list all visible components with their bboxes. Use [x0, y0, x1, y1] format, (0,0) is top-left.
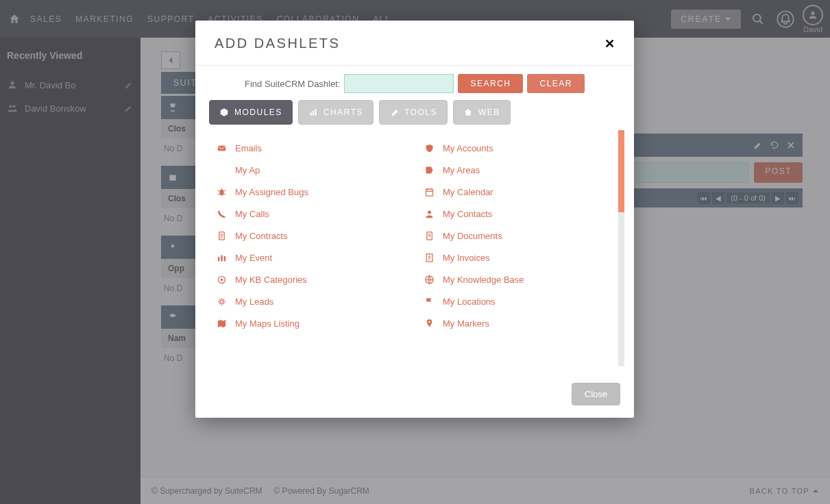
add-dashlets-modal: ADD DASHLETS ✕ Find SuiteCRM Dashlet: SE…	[195, 21, 634, 418]
cube-icon	[219, 108, 229, 117]
clear-button[interactable]: CLEAR	[527, 74, 585, 93]
shield-icon	[424, 142, 435, 153]
tab-label: TOOLS	[404, 108, 437, 117]
marker-icon	[424, 318, 435, 329]
dashlet-option-label: My Assigned Bugs	[235, 187, 308, 197]
home-icon	[463, 108, 473, 117]
dashlet-option[interactable]: My Contracts	[216, 225, 417, 247]
tab-label: WEB	[478, 108, 500, 117]
find-label: Find SuiteCRM Dashlet:	[245, 79, 340, 89]
svg-rect-14	[217, 257, 219, 261]
dashlet-option[interactable]: My Assigned Bugs	[216, 181, 417, 203]
tools-icon	[389, 108, 399, 117]
svg-point-19	[220, 300, 223, 303]
scrollbar[interactable]	[618, 130, 624, 366]
dashlet-option-label: My Leads	[235, 297, 273, 307]
dashlet-option[interactable]: My KB Categories	[216, 268, 417, 290]
svg-rect-20	[426, 189, 432, 196]
dashlet-option-label: My Areas	[443, 165, 480, 175]
dashlet-option-label: Emails	[235, 143, 262, 153]
search-button[interactable]: SEARCH	[458, 74, 523, 93]
dashlet-option-label: My Calls	[235, 209, 269, 219]
dashlet-option-label: My Calendar	[443, 187, 493, 197]
dashlet-option[interactable]: My Invoices	[424, 247, 624, 268]
dashlet-option-label: My Event	[235, 253, 272, 263]
dashlet-tabs: MODULES CHARTS TOOLS WEB	[195, 100, 634, 125]
event-icon	[216, 252, 227, 263]
dashlet-option-label: My Contracts	[235, 231, 288, 241]
dashlet-option[interactable]: My Calendar	[424, 181, 624, 203]
dashlet-option[interactable]: My Documents	[424, 225, 624, 247]
dashlet-option-label: My Documents	[443, 231, 502, 241]
cal-icon	[424, 186, 435, 197]
dashlet-option[interactable]: Emails	[216, 137, 417, 159]
dashlet-option[interactable]: My Calls	[216, 203, 417, 225]
dashlet-option[interactable]: My Contacts	[424, 203, 624, 225]
svg-rect-9	[313, 111, 314, 116]
dashlet-option[interactable]: My Maps Listing	[216, 312, 417, 334]
dashlet-option[interactable]: My Areas	[424, 159, 624, 181]
svg-point-12	[219, 189, 223, 195]
dashlet-list: EmailsMy ApMy Assigned BugsMy CallsMy Co…	[209, 130, 624, 366]
svg-point-18	[221, 279, 223, 281]
svg-rect-11	[217, 145, 225, 151]
tab-charts[interactable]: CHARTS	[298, 100, 374, 125]
dashlet-option-label: My Ap	[235, 165, 260, 175]
dashlet-option-label: My Invoices	[443, 253, 490, 263]
search-row: Find SuiteCRM Dashlet: SEARCH CLEAR	[195, 66, 634, 100]
kb-icon	[424, 274, 435, 285]
dashlet-option-label: My Knowledge Base	[443, 275, 524, 285]
bug-icon	[216, 186, 227, 197]
area-icon	[424, 164, 435, 175]
dashlet-option-label: My Accounts	[443, 143, 493, 153]
modal-overlay[interactable]: ADD DASHLETS ✕ Find SuiteCRM Dashlet: SE…	[0, 0, 830, 504]
tab-modules[interactable]: MODULES	[209, 100, 293, 125]
svg-rect-10	[315, 109, 316, 115]
invoice-icon	[424, 252, 435, 263]
dashlet-option[interactable]: My Knowledge Base	[424, 268, 624, 290]
svg-rect-16	[223, 256, 225, 262]
scroll-thumb[interactable]	[618, 130, 624, 212]
dashlet-option[interactable]: My Ap	[216, 159, 417, 181]
modal-title: ADD DASHLETS	[215, 36, 340, 51]
blank-icon	[216, 164, 227, 175]
tab-label: CHARTS	[324, 108, 363, 117]
dashlet-option[interactable]: My Locations	[424, 290, 624, 312]
map-icon	[216, 318, 227, 329]
mail-icon	[216, 142, 227, 153]
doc-icon	[216, 230, 227, 241]
svg-rect-15	[221, 255, 223, 261]
dashlet-option-label: My Maps Listing	[235, 318, 300, 329]
dashlet-option-label: My Contacts	[443, 209, 492, 219]
phone-icon	[216, 208, 227, 219]
svg-rect-8	[310, 112, 311, 116]
docs-icon	[424, 230, 435, 241]
tag-icon	[216, 274, 227, 285]
tab-label: MODULES	[234, 108, 282, 117]
svg-point-21	[428, 210, 431, 214]
tab-web[interactable]: WEB	[453, 100, 511, 125]
flag-icon	[424, 296, 435, 307]
dashlet-option[interactable]: My Event	[216, 247, 417, 268]
leads-icon	[216, 296, 227, 307]
dashlet-option[interactable]: My Leads	[216, 290, 417, 312]
tab-tools[interactable]: TOOLS	[379, 100, 448, 125]
chart-icon	[308, 108, 318, 117]
dashlet-option[interactable]: My Markers	[424, 312, 624, 334]
dashlet-option[interactable]: My Accounts	[424, 137, 624, 159]
svg-point-25	[428, 320, 430, 323]
person-icon	[424, 208, 435, 219]
dashlet-option-label: My Locations	[443, 297, 496, 307]
close-icon[interactable]: ✕	[605, 36, 615, 51]
dashlet-option-label: My KB Categories	[235, 275, 307, 285]
find-dashlet-input[interactable]	[344, 74, 454, 93]
dashlet-option-label: My Markers	[443, 318, 489, 329]
close-button[interactable]: Close	[572, 383, 620, 405]
